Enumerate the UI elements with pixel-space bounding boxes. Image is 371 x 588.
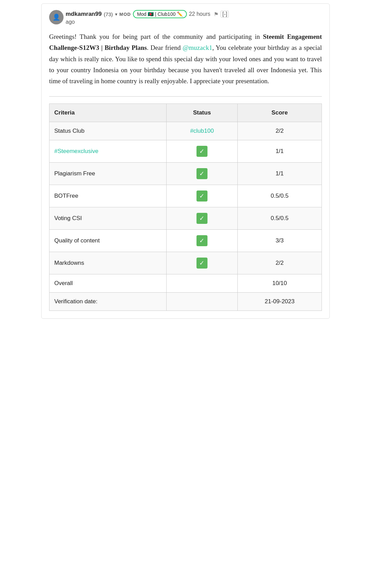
flag-emoji: 🇧🇩	[148, 11, 154, 17]
check-icon: ✓	[196, 258, 207, 269]
author-info: mdkamran99 (73) ▾ MOD Mod 🇧🇩 | Club100 ✏…	[66, 10, 229, 18]
flag-icon[interactable]: ⚑	[214, 11, 218, 18]
table-row: Voting CSI ✓ 0.5/0.5	[49, 207, 322, 230]
col-header-status: Status	[166, 104, 237, 122]
criteria-cell: Plagiarism Free	[49, 163, 167, 185]
steemexclusive-link[interactable]: #Steemexclusive	[54, 148, 99, 154]
edit-icon: ✏️	[177, 11, 183, 17]
status-cell	[166, 293, 237, 311]
table-row: Markdowns ✓ 2/2	[49, 252, 322, 274]
status-cell: ✓	[166, 252, 237, 274]
score-cell: 1/1	[237, 140, 322, 163]
score-cell: 10/10	[237, 274, 322, 293]
score-cell: 1/1	[237, 163, 322, 185]
table-row: Plagiarism Free ✓ 1/1	[49, 163, 322, 185]
section-divider	[49, 96, 322, 97]
score-cell: 21-09-2023	[237, 293, 322, 311]
criteria-cell: Overall	[49, 274, 167, 293]
status-cell: ✓	[166, 207, 237, 230]
post-body: Greetings! Thank you for being part of t…	[49, 31, 322, 87]
intro-text: Greetings! Thank you for being part of t…	[49, 33, 263, 40]
table-header-row: Criteria Status Score	[49, 104, 322, 122]
score-cell: 2/2	[237, 122, 322, 140]
club-text: Mod	[137, 11, 146, 17]
status-cell: ✓	[166, 140, 237, 163]
criteria-cell: BOTFree	[49, 185, 167, 207]
body-text-1: . Dear friend	[147, 44, 182, 51]
table-row: Verification date: 21-09-2023	[49, 293, 322, 311]
status-cell: #club100	[166, 122, 237, 140]
club100-link[interactable]: #club100	[190, 128, 214, 134]
score-cell: 0.5/0.5	[237, 207, 322, 230]
score-cell: 3/3	[237, 230, 322, 252]
author-name[interactable]: mdkamran99	[66, 11, 102, 18]
check-icon: ✓	[196, 168, 207, 179]
post-header: 👤 mdkamran99 (73) ▾ MOD Mod 🇧🇩 | Club100…	[49, 10, 322, 25]
score-cell: 0.5/0.5	[237, 185, 322, 207]
col-header-criteria: Criteria	[49, 104, 167, 122]
check-icon: ✓	[196, 213, 207, 224]
reputation: (73)	[104, 11, 113, 17]
ago-text: ago	[66, 19, 229, 25]
col-header-score: Score	[237, 104, 322, 122]
status-cell: ✓	[166, 163, 237, 185]
table-row: #Steemexclusive ✓ 1/1	[49, 140, 322, 163]
hide-button[interactable]: [-]	[221, 11, 229, 18]
status-cell: ✓	[166, 185, 237, 207]
criteria-cell: Voting CSI	[49, 207, 167, 230]
criteria-cell: Verification date:	[49, 293, 167, 311]
criteria-cell: Markdowns	[49, 252, 167, 274]
check-icon: ✓	[196, 235, 207, 246]
post-card: 👤 mdkamran99 (73) ▾ MOD Mod 🇧🇩 | Club100…	[41, 3, 330, 319]
criteria-table: Criteria Status Score Status Club #club1…	[49, 104, 322, 311]
mod-badge: MOD	[120, 12, 131, 17]
table-row: BOTFree ✓ 0.5/0.5	[49, 185, 322, 207]
pipe-separator: |	[155, 11, 156, 17]
club-badge: Mod 🇧🇩 | Club100 ✏️	[133, 10, 187, 18]
criteria-cell: Quality of content	[49, 230, 167, 252]
timestamp: 22 hours	[189, 11, 210, 17]
score-cell: 2/2	[237, 252, 322, 274]
check-icon: ✓	[196, 146, 207, 157]
table-row: Overall 10/10	[49, 274, 322, 293]
dropdown-arrow-icon[interactable]: ▾	[115, 12, 117, 17]
mention-link[interactable]: @muzack1	[183, 44, 212, 51]
criteria-cell: Status Club	[49, 122, 167, 140]
status-cell: ✓	[166, 230, 237, 252]
table-row: Quality of content ✓ 3/3	[49, 230, 322, 252]
avatar: 👤	[49, 10, 64, 24]
table-row: Status Club #club100 2/2	[49, 122, 322, 140]
status-cell	[166, 274, 237, 293]
check-icon: ✓	[196, 190, 207, 202]
club-name: Club100	[158, 11, 176, 17]
criteria-cell: #Steemexclusive	[49, 140, 167, 163]
